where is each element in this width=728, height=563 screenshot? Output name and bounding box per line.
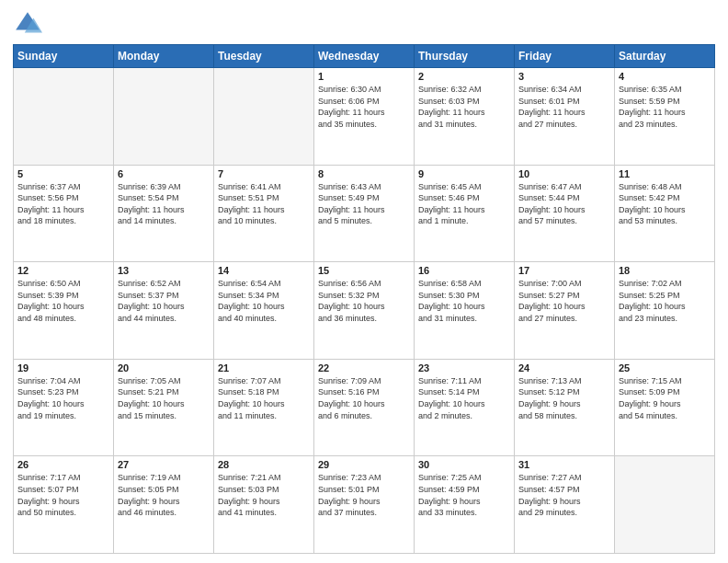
calendar-header-monday: Monday	[114, 45, 214, 68]
day-info: Sunrise: 6:39 AM Sunset: 5:54 PM Dayligh…	[118, 181, 210, 227]
calendar-cell: 14Sunrise: 6:54 AM Sunset: 5:34 PM Dayli…	[214, 262, 314, 360]
day-number: 14	[218, 265, 310, 276]
day-number: 8	[318, 168, 410, 179]
day-info: Sunrise: 6:35 AM Sunset: 5:59 PM Dayligh…	[619, 84, 711, 130]
calendar-header-sunday: Sunday	[14, 45, 114, 68]
day-number: 27	[118, 459, 210, 470]
calendar-cell: 8Sunrise: 6:43 AM Sunset: 5:49 PM Daylig…	[314, 165, 415, 262]
calendar-cell: 24Sunrise: 7:13 AM Sunset: 5:12 PM Dayli…	[515, 359, 615, 456]
calendar-cell: 28Sunrise: 7:21 AM Sunset: 5:03 PM Dayli…	[214, 456, 314, 554]
day-info: Sunrise: 6:32 AM Sunset: 6:03 PM Dayligh…	[418, 84, 510, 130]
calendar-header-thursday: Thursday	[415, 45, 515, 68]
day-info: Sunrise: 7:05 AM Sunset: 5:21 PM Dayligh…	[118, 375, 210, 421]
day-info: Sunrise: 6:34 AM Sunset: 6:01 PM Dayligh…	[518, 84, 610, 130]
calendar-cell: 25Sunrise: 7:15 AM Sunset: 5:09 PM Dayli…	[615, 359, 715, 456]
calendar-cell: 17Sunrise: 7:00 AM Sunset: 5:27 PM Dayli…	[515, 262, 615, 360]
day-info: Sunrise: 7:07 AM Sunset: 5:18 PM Dayligh…	[218, 375, 310, 421]
calendar-cell: 10Sunrise: 6:47 AM Sunset: 5:44 PM Dayli…	[515, 165, 615, 262]
day-number: 18	[619, 265, 711, 276]
calendar-cell: 12Sunrise: 6:50 AM Sunset: 5:39 PM Dayli…	[14, 262, 114, 360]
day-info: Sunrise: 6:41 AM Sunset: 5:51 PM Dayligh…	[218, 181, 310, 227]
day-info: Sunrise: 7:09 AM Sunset: 5:16 PM Dayligh…	[318, 375, 410, 421]
day-number: 25	[619, 362, 711, 373]
calendar-cell: 15Sunrise: 6:56 AM Sunset: 5:32 PM Dayli…	[314, 262, 415, 360]
day-info: Sunrise: 7:23 AM Sunset: 5:01 PM Dayligh…	[318, 472, 410, 518]
day-number: 19	[17, 362, 109, 373]
calendar-cell: 2Sunrise: 6:32 AM Sunset: 6:03 PM Daylig…	[415, 68, 515, 166]
calendar-header-saturday: Saturday	[615, 45, 715, 68]
day-info: Sunrise: 6:43 AM Sunset: 5:49 PM Dayligh…	[318, 181, 410, 227]
calendar-header-tuesday: Tuesday	[214, 45, 314, 68]
calendar-header-row: SundayMondayTuesdayWednesdayThursdayFrid…	[14, 45, 715, 68]
calendar-week-row: 12Sunrise: 6:50 AM Sunset: 5:39 PM Dayli…	[14, 262, 715, 360]
day-number: 24	[518, 362, 610, 373]
calendar-header-wednesday: Wednesday	[314, 45, 415, 68]
day-info: Sunrise: 6:54 AM Sunset: 5:34 PM Dayligh…	[218, 278, 310, 324]
day-info: Sunrise: 7:19 AM Sunset: 5:05 PM Dayligh…	[118, 472, 210, 518]
calendar-cell: 30Sunrise: 7:25 AM Sunset: 4:59 PM Dayli…	[415, 456, 515, 554]
day-number: 1	[318, 71, 410, 82]
calendar-cell	[14, 68, 114, 166]
calendar-cell: 9Sunrise: 6:45 AM Sunset: 5:46 PM Daylig…	[415, 165, 515, 262]
day-number: 22	[318, 362, 410, 373]
header	[13, 9, 715, 39]
day-number: 15	[318, 265, 410, 276]
day-info: Sunrise: 6:45 AM Sunset: 5:46 PM Dayligh…	[418, 181, 510, 227]
calendar-cell: 19Sunrise: 7:04 AM Sunset: 5:23 PM Dayli…	[14, 359, 114, 456]
calendar-week-row: 19Sunrise: 7:04 AM Sunset: 5:23 PM Dayli…	[14, 359, 715, 456]
day-info: Sunrise: 7:27 AM Sunset: 4:57 PM Dayligh…	[518, 472, 610, 518]
day-info: Sunrise: 6:52 AM Sunset: 5:37 PM Dayligh…	[118, 278, 210, 324]
calendar-cell: 26Sunrise: 7:17 AM Sunset: 5:07 PM Dayli…	[14, 456, 114, 554]
day-number: 7	[218, 168, 310, 179]
day-info: Sunrise: 6:58 AM Sunset: 5:30 PM Dayligh…	[418, 278, 510, 324]
day-info: Sunrise: 7:04 AM Sunset: 5:23 PM Dayligh…	[17, 375, 109, 421]
day-info: Sunrise: 7:15 AM Sunset: 5:09 PM Dayligh…	[619, 375, 711, 421]
calendar-cell: 5Sunrise: 6:37 AM Sunset: 5:56 PM Daylig…	[14, 165, 114, 262]
calendar: SundayMondayTuesdayWednesdayThursdayFrid…	[13, 44, 715, 554]
day-number: 13	[118, 265, 210, 276]
day-number: 10	[518, 168, 610, 179]
day-number: 23	[418, 362, 510, 373]
day-info: Sunrise: 7:21 AM Sunset: 5:03 PM Dayligh…	[218, 472, 310, 518]
calendar-cell: 23Sunrise: 7:11 AM Sunset: 5:14 PM Dayli…	[415, 359, 515, 456]
logo	[13, 9, 46, 39]
calendar-cell: 13Sunrise: 6:52 AM Sunset: 5:37 PM Dayli…	[114, 262, 214, 360]
day-number: 11	[619, 168, 711, 179]
calendar-cell: 21Sunrise: 7:07 AM Sunset: 5:18 PM Dayli…	[214, 359, 314, 456]
day-info: Sunrise: 7:17 AM Sunset: 5:07 PM Dayligh…	[17, 472, 109, 518]
calendar-cell: 27Sunrise: 7:19 AM Sunset: 5:05 PM Dayli…	[114, 456, 214, 554]
day-number: 28	[218, 459, 310, 470]
day-number: 5	[17, 168, 109, 179]
day-number: 20	[118, 362, 210, 373]
calendar-cell: 29Sunrise: 7:23 AM Sunset: 5:01 PM Dayli…	[314, 456, 415, 554]
day-number: 2	[418, 71, 510, 82]
day-info: Sunrise: 6:30 AM Sunset: 6:06 PM Dayligh…	[318, 84, 410, 130]
calendar-cell: 6Sunrise: 6:39 AM Sunset: 5:54 PM Daylig…	[114, 165, 214, 262]
calendar-header-friday: Friday	[515, 45, 615, 68]
day-number: 21	[218, 362, 310, 373]
calendar-cell	[615, 456, 715, 554]
calendar-cell: 11Sunrise: 6:48 AM Sunset: 5:42 PM Dayli…	[615, 165, 715, 262]
day-info: Sunrise: 7:00 AM Sunset: 5:27 PM Dayligh…	[518, 278, 610, 324]
day-info: Sunrise: 7:11 AM Sunset: 5:14 PM Dayligh…	[418, 375, 510, 421]
calendar-cell	[214, 68, 314, 166]
logo-icon	[13, 9, 42, 39]
calendar-cell: 3Sunrise: 6:34 AM Sunset: 6:01 PM Daylig…	[515, 68, 615, 166]
calendar-cell: 22Sunrise: 7:09 AM Sunset: 5:16 PM Dayli…	[314, 359, 415, 456]
day-info: Sunrise: 6:48 AM Sunset: 5:42 PM Dayligh…	[619, 181, 711, 227]
day-number: 31	[518, 459, 610, 470]
day-number: 12	[17, 265, 109, 276]
day-number: 17	[518, 265, 610, 276]
day-number: 26	[17, 459, 109, 470]
calendar-cell: 16Sunrise: 6:58 AM Sunset: 5:30 PM Dayli…	[415, 262, 515, 360]
day-info: Sunrise: 6:56 AM Sunset: 5:32 PM Dayligh…	[318, 278, 410, 324]
day-number: 16	[418, 265, 510, 276]
calendar-cell: 7Sunrise: 6:41 AM Sunset: 5:51 PM Daylig…	[214, 165, 314, 262]
day-number: 4	[619, 71, 711, 82]
day-info: Sunrise: 6:37 AM Sunset: 5:56 PM Dayligh…	[17, 181, 109, 227]
calendar-cell: 18Sunrise: 7:02 AM Sunset: 5:25 PM Dayli…	[615, 262, 715, 360]
calendar-cell: 1Sunrise: 6:30 AM Sunset: 6:06 PM Daylig…	[314, 68, 415, 166]
calendar-cell	[114, 68, 214, 166]
day-info: Sunrise: 7:25 AM Sunset: 4:59 PM Dayligh…	[418, 472, 510, 518]
day-info: Sunrise: 7:13 AM Sunset: 5:12 PM Dayligh…	[518, 375, 610, 421]
